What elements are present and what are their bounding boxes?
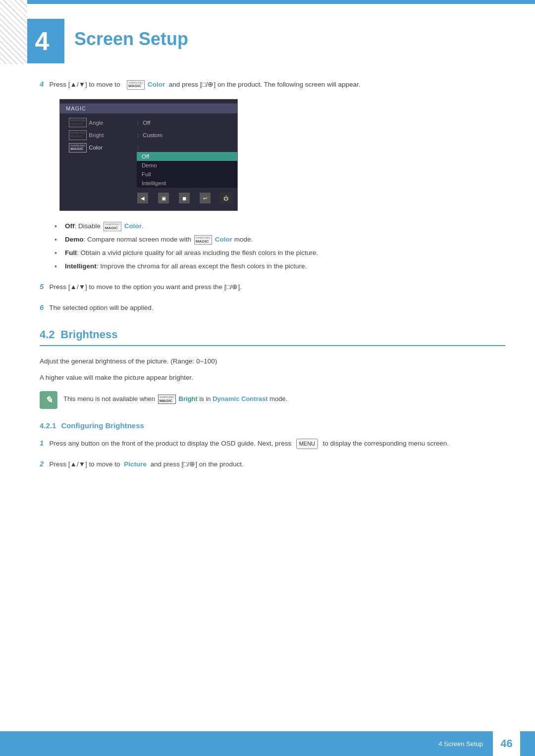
osd-label-color: SAMSUNG MAGIC Color — [68, 143, 137, 152]
list-item-demo: Demo: Compare normal screen mode with SA… — [54, 233, 505, 247]
term-demo: Demo — [65, 236, 84, 243]
osd-label-bright: SAMSUNG MAGIC Bright — [68, 130, 137, 140]
substep-2-text-part1: Press [▲/▼] to move to — [50, 460, 120, 468]
magic-color-badge-step4: SAMSUNG MAGIC — [127, 80, 145, 90]
substep-2-number: 2 — [40, 459, 44, 468]
note-text: This menu is not available when SAMSUNG … — [63, 391, 287, 404]
step-5-block: 5 Press [▲/▼] to move to the option you … — [40, 281, 505, 293]
step-4-text-part2: and press [□/⊕] on the product. The foll… — [169, 81, 361, 88]
footer-page-number: 46 — [493, 731, 520, 756]
menu-key: MENU — [296, 439, 318, 450]
magic-badge-angle: SAMSUNG MAGIC — [69, 118, 87, 127]
footer-section-text: 4 Screen Setup — [438, 740, 483, 748]
subsection-421-header: 4.2.1 Configuring Brightness — [40, 421, 505, 430]
step-6-number: 6 — [40, 303, 44, 311]
magic-badge-bullet-2: SAMSUNG MAGIC — [194, 235, 212, 245]
substep-2-block: 2 Press [▲/▼] to move to Picture and pre… — [40, 458, 505, 470]
chapter-title: Screen Setup — [74, 19, 188, 50]
color-label-bullet-1: Color — [122, 222, 142, 230]
substep-1-number: 1 — [40, 439, 44, 447]
term-off: Off — [65, 222, 75, 230]
osd-icon-power: ⏻ — [220, 193, 231, 203]
step-5-number: 5 — [40, 282, 44, 291]
osd-header: MAGIC — [60, 103, 237, 113]
osd-menu: MAGIC SAMSUNG MAGIC Angle : Off SAMSUNG — [59, 99, 238, 211]
step-4-number: 4 — [40, 80, 44, 88]
magic-badge-color: SAMSUNG MAGIC — [69, 143, 87, 152]
osd-dropdown: Off Demo Full Intelligent — [137, 152, 237, 188]
section-42-title: Brightness — [61, 328, 118, 341]
osd-option-full: Full — [137, 170, 237, 179]
magic-badge-bullet-1: SAMSUNG MAGIC — [104, 222, 121, 231]
note-bright-label: Bright — [177, 395, 198, 403]
section-42-desc2: A higher value will make the picture app… — [40, 372, 505, 384]
color-label-bullet-2: Color — [213, 236, 232, 243]
osd-row-color: SAMSUNG MAGIC Color : — [60, 142, 237, 154]
section-42-number: 4.2 — [40, 328, 55, 341]
subsection-421-number: 4.2.1 — [40, 421, 56, 430]
note-dynamic-contrast: Dynamic Contrast — [213, 395, 268, 403]
osd-label-angle: SAMSUNG MAGIC Angle — [68, 118, 137, 127]
substep-1-text-part1: Press any button on the front of the pro… — [50, 440, 292, 447]
page-footer: 4 Screen Setup 46 — [0, 731, 535, 756]
section-42-desc1: Adjust the general brightness of the pic… — [40, 356, 505, 367]
osd-value-bright: Custom — [143, 132, 162, 138]
term-intelligent: Intelligent — [65, 262, 97, 270]
magic-color-label: Color — [146, 81, 165, 88]
note-icon: ✎ — [40, 391, 57, 409]
subsection-421-title: Configuring Brightness — [61, 421, 144, 430]
top-accent-bar — [0, 0, 535, 4]
osd-value-angle: Off — [143, 120, 150, 126]
list-item-full: Full: Obtain a vivid picture quality for… — [54, 247, 505, 260]
osd-icon-4: ↩ — [200, 193, 211, 203]
list-item-intelligent: Intelligent: Improve the chroma for all … — [54, 260, 505, 273]
osd-row-angle: SAMSUNG MAGIC Angle : Off — [60, 116, 237, 129]
osd-menu-container: MAGIC SAMSUNG MAGIC Angle : Off SAMSUNG — [59, 99, 505, 211]
bullet-list: Off: Disable SAMSUNG MAGIC Color. Demo: … — [54, 220, 505, 273]
section-42-header: 4.2 Brightness — [40, 328, 505, 346]
list-item-off: Off: Disable SAMSUNG MAGIC Color. — [54, 220, 505, 233]
magic-badge-note: SAMSUNG MAGIC — [158, 395, 176, 404]
picture-highlight: Picture — [124, 460, 147, 468]
step-6-block: 6 The selected option will be applied. — [40, 302, 505, 313]
step-4-block: 4 Press [▲/▼] to move to SAMSUNG MAGIC C… — [40, 78, 505, 90]
osd-option-demo: Demo — [137, 161, 237, 170]
step-4-text-part1: Press [▲/▼] to move to — [50, 81, 120, 88]
note-box: ✎ This menu is not available when SAMSUN… — [40, 391, 505, 409]
stripe-accent — [0, 0, 27, 64]
osd-bottom-bar: ◀ ▣ ◼ ↩ ⏻ — [60, 190, 237, 206]
term-full: Full — [65, 249, 77, 256]
step-5-text: Press [▲/▼] to move to the option you wa… — [50, 283, 242, 291]
osd-icon-1: ◀ — [137, 193, 148, 203]
magic-badge-bright: SAMSUNG MAGIC — [69, 130, 87, 140]
step-6-text: The selected option will be applied. — [49, 304, 153, 311]
substep-1-text-part2: to display the corresponding menu screen… — [323, 440, 449, 447]
osd-icon-3: ◼ — [179, 193, 190, 203]
substep-2-text-part2: and press [□/⊕] on the product. — [150, 460, 243, 468]
osd-icon-2: ▣ — [158, 193, 169, 203]
osd-option-intelligent: Intelligent — [137, 179, 237, 188]
substep-1-block: 1 Press any button on the front of the p… — [40, 437, 505, 449]
osd-row-bright: SAMSUNG MAGIC Bright : Custom — [60, 129, 237, 141]
